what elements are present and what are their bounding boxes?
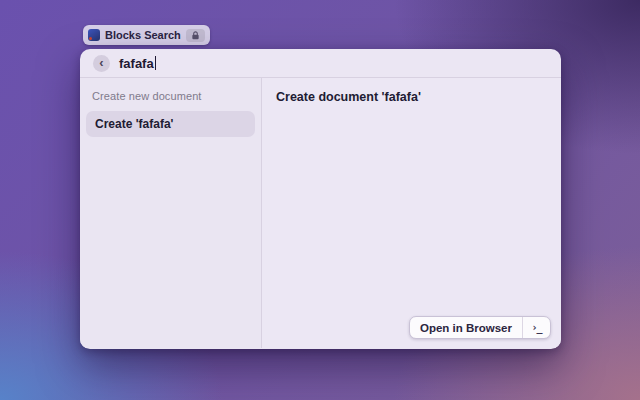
search-input[interactable]: fafafa — [119, 49, 548, 77]
search-bar: ‹ fafafa — [80, 49, 561, 78]
search-query-text: fafafa — [119, 56, 154, 71]
blocks-search-window: ‹ fafafa Create new document Create 'faf… — [80, 49, 561, 349]
footer-actions: Open in Browser ›_ — [409, 316, 551, 339]
command-menu-button[interactable]: ›_ — [523, 317, 550, 338]
section-header: Create new document — [86, 87, 255, 102]
lock-chip — [186, 29, 205, 42]
chevron-left-icon: ‹ — [99, 56, 103, 69]
detail-title: Create document 'fafafa' — [276, 90, 547, 104]
list-item-create-fafafa[interactable]: Create 'fafafa' — [86, 111, 255, 137]
text-cursor — [155, 56, 157, 70]
terminal-prompt-icon: ›_ — [531, 322, 541, 333]
app-badge[interactable]: Blocks Search — [83, 25, 210, 45]
desktop-background: { "badge": { "label": "Blocks Search", "… — [0, 0, 640, 400]
window-body: Create new document Create 'fafafa' Crea… — [80, 78, 561, 348]
lock-icon — [191, 31, 200, 40]
app-badge-label: Blocks Search — [105, 29, 181, 41]
blocks-app-icon — [88, 29, 100, 41]
open-in-browser-button[interactable]: Open in Browser — [410, 317, 522, 338]
back-button[interactable]: ‹ — [93, 55, 110, 72]
detail-panel: Create document 'fafafa' Open in Browser… — [262, 78, 561, 348]
list-item-label: Create 'fafafa' — [95, 117, 173, 131]
results-panel: Create new document Create 'fafafa' — [80, 78, 262, 348]
